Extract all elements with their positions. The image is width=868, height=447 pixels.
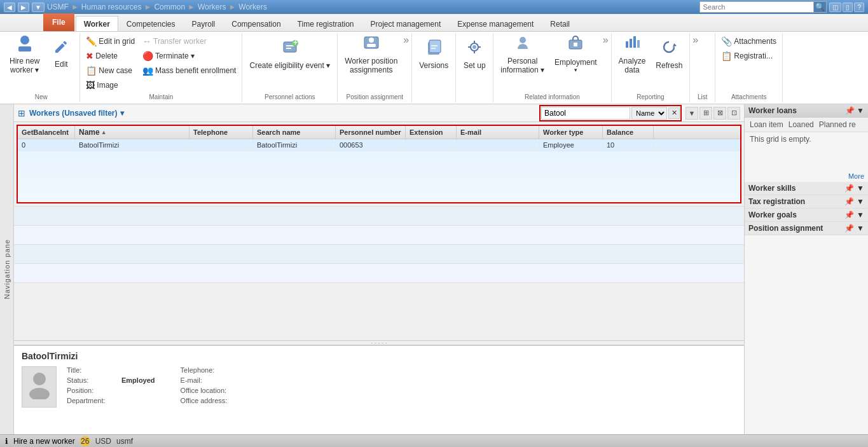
image-button[interactable]: 🖼 Image [83,78,138,92]
employment-button[interactable]: Employment ▾ [550,34,602,74]
edit-button[interactable]: Edit [45,34,77,74]
terminate-button[interactable]: 🔴 Terminate ▾ [139,49,239,63]
more-link[interactable]: More [745,170,868,182]
related-expand-btn[interactable]: » [603,34,609,46]
tax-registration-header[interactable]: Tax registration 📌 ▼ [745,195,868,208]
breadcrumb-usmf[interactable]: USMF [47,3,69,11]
breadcrumb-workers2[interactable]: Workers [238,3,266,11]
tab-competencies[interactable]: Competencies [118,16,184,31]
position-assignment-pin-icon[interactable]: 📌 [844,224,854,233]
notification-badge[interactable]: 26 [80,436,90,446]
col-header-searchname[interactable]: Search name [253,126,336,139]
filter-icon-2[interactable]: ⊞ [699,107,712,120]
col-header-personnel[interactable]: Personnel number [336,126,406,139]
filter-icon-3[interactable]: ⊠ [713,107,726,120]
title-search-area: 🔍 ◫ ▯ ? [699,1,864,13]
worker-skills-expand: 📌 ▼ [844,184,864,193]
create-eligibility-button[interactable]: + Create eligibility event ▾ [245,34,334,74]
col-header-workertype[interactable]: Worker type [539,126,603,139]
tab-expense-management[interactable]: Expense management [449,16,542,31]
help-btn[interactable]: ? [854,3,864,12]
worker-skills-header[interactable]: Worker skills 📌 ▼ [745,182,868,195]
content-area: ⊞ Workers (Unsaved filter) ▾ Name ✕ ▼ ⊞ … [14,104,744,434]
tab-worker[interactable]: Worker [76,16,118,31]
col-header-name[interactable]: Name ▲ [75,126,189,139]
registration-icon: 📋 [721,51,732,61]
position-assignment-section: Position assignment 📌 ▼ [745,222,868,235]
col-header-extension[interactable]: Extension [406,126,457,139]
mass-benefit-button[interactable]: 👥 Mass benefit enrollment [139,64,239,78]
position-assignment-chevron-icon[interactable]: ▼ [857,224,864,233]
tab-project-management[interactable]: Project management [362,16,450,31]
col-header-balance[interactable]: Balance [603,126,654,139]
svg-rect-18 [633,36,636,48]
position-expand-btn[interactable]: » [403,34,409,46]
right-panel: Worker loans 📌 ▼ Loan item Loaned Planne… [744,104,868,434]
worker-goals-chevron-icon[interactable]: ▼ [857,210,864,219]
breadcrumb-common[interactable]: Common [154,3,185,11]
worker-goals-pin-icon[interactable]: 📌 [844,210,854,219]
attachments-buttons: 📎 Attachments 📋 Registrati... [718,34,780,63]
right-panel-expand-icon[interactable]: ▼ [857,106,864,115]
breadcrumb-hr[interactable]: Human resources [81,3,142,11]
table-row[interactable]: 0 BatoolTirmizi BatoolTirmizi 000653 Emp… [18,139,740,151]
tax-registration-chevron-icon[interactable]: ▼ [857,197,864,206]
ribbon-tabs: File Worker Competencies Payroll Compens… [0,14,868,32]
file-tab[interactable]: File [43,13,74,31]
cell-telephone [189,139,253,151]
svg-point-7 [369,38,374,43]
svg-rect-8 [367,44,376,47]
navigation-pane[interactable]: Navigation pane [0,104,14,434]
delete-button[interactable]: ✖ Delete [83,49,138,63]
col-header-email[interactable]: E-mail [457,126,539,139]
forward-btn[interactable]: ▶ [18,3,29,12]
breadcrumb-workers[interactable]: Workers [198,3,226,11]
edit-in-grid-button[interactable]: ✏️ Edit in grid [83,34,138,48]
filter-dropdown-icon[interactable]: ▾ [120,109,124,118]
position-assignment-header[interactable]: Position assignment 📌 ▼ [745,222,868,235]
cell-searchname: BatoolTirmizi [253,139,336,151]
tab-payroll[interactable]: Payroll [184,16,224,31]
dropdown-btn[interactable]: ▼ [32,3,45,12]
col-header-getbalance[interactable]: GetBalanceInt [18,126,75,139]
filter-bar: ⊞ Workers (Unsaved filter) ▾ Name ✕ ▼ ⊞ … [14,104,744,122]
versions-button[interactable]: Versions [415,34,453,74]
layout-btn-1[interactable]: ◫ [829,3,841,12]
tab-retail[interactable]: Retail [542,16,578,31]
tab-compensation[interactable]: Compensation [223,16,289,31]
worker-position-button[interactable]: Worker positionassignments [340,34,402,74]
detail-content: Title: Status: Employed Position: [22,366,736,408]
analyze-data-button[interactable]: Analyzedata [614,34,651,74]
filter-icon-1[interactable]: ▼ [685,107,698,120]
worker-skills-pin-icon[interactable]: 📌 [844,184,854,193]
title-label: Title: [67,366,118,374]
personal-info-button[interactable]: Personalinformation ▾ [496,34,549,74]
setup-group-label [458,92,490,101]
splitter[interactable]: · · · · · [14,340,744,345]
versions-label: Versions [419,61,448,70]
right-panel-pin-icon[interactable]: 📌 [845,106,855,115]
office-address-label: Office address: [181,397,231,404]
filter-field-select[interactable]: Name [631,107,667,120]
col-header-telephone[interactable]: Telephone [189,126,253,139]
tax-registration-pin-icon[interactable]: 📌 [844,197,854,206]
refresh-button[interactable]: Refresh [651,34,687,74]
new-case-button[interactable]: 📋 New case [83,64,138,78]
title-search-input[interactable] [699,1,814,13]
hire-new-worker-button[interactable]: + Hire newworker ▾ [5,34,44,74]
tab-time-registration[interactable]: Time registration [289,16,362,31]
cell-personnel: 000653 [336,139,406,151]
filter-icon-4[interactable]: ⊡ [727,107,740,120]
layout-btn-2[interactable]: ▯ [843,3,853,12]
filter-search-input[interactable] [541,107,630,120]
worker-skills-chevron-icon[interactable]: ▼ [857,184,864,193]
title-search-button[interactable]: 🔍 [814,1,827,13]
back-btn[interactable]: ◀ [4,3,15,12]
employment-icon [567,35,584,57]
setup-button[interactable]: Set up [458,34,490,74]
attachments-button[interactable]: 📎 Attachments [718,34,780,48]
registration-button[interactable]: 📋 Registrati... [718,49,780,63]
list-expand-btn[interactable]: » [692,34,698,46]
worker-goals-header[interactable]: Worker goals 📌 ▼ [745,209,868,221]
filter-clear-button[interactable]: ✕ [668,107,680,119]
